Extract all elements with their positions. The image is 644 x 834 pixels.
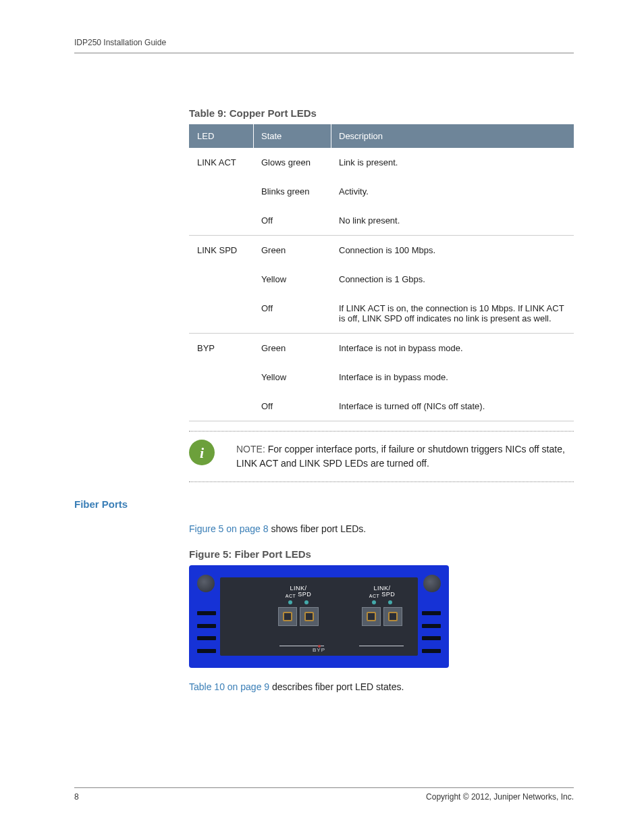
table-row: YellowInterface is in bypass mode. bbox=[189, 363, 574, 392]
fiber-jack-icon bbox=[300, 607, 319, 626]
table-row: OffInterface is turned off (NICs off sta… bbox=[189, 392, 574, 421]
screw-icon bbox=[423, 575, 441, 592]
table9-header-row: LED State Description bbox=[189, 124, 574, 148]
copyright: Copyright © 2012, Juniper Networks, Inc. bbox=[426, 792, 574, 802]
screw-icon bbox=[197, 575, 215, 592]
byp-label: BYP bbox=[220, 647, 418, 653]
cell-led: LINK SPD bbox=[189, 236, 253, 265]
cell-led bbox=[189, 392, 253, 421]
table-row: BYPGreenInterface is not in bypass mode. bbox=[189, 334, 574, 363]
port-group: LINK/ ACT SPD bbox=[270, 585, 327, 626]
running-head: IDP250 Installation Guide bbox=[74, 38, 574, 47]
footer-rule bbox=[74, 787, 574, 788]
led-indicator-icon bbox=[354, 600, 410, 604]
vent-icon bbox=[197, 607, 216, 657]
cell-led bbox=[189, 206, 253, 236]
cell-state: Green bbox=[253, 236, 331, 265]
th-led: LED bbox=[189, 124, 253, 148]
vent-icon bbox=[422, 607, 441, 657]
table-row: Blinks greenActivity. bbox=[189, 177, 574, 206]
cell-desc: Activity. bbox=[331, 177, 574, 206]
port-group: LINK/ ACT SPD bbox=[354, 585, 410, 626]
table10-ref-paragraph: Table 10 on page 9 describes fiber port … bbox=[189, 680, 574, 694]
cell-desc: If LINK ACT is on, the connection is 10 … bbox=[331, 294, 574, 334]
cell-state: Green bbox=[253, 334, 331, 363]
port-label: LINK/ ACT SPD bbox=[354, 585, 410, 598]
cell-desc: Interface is not in bypass mode. bbox=[331, 334, 574, 363]
page-footer: 8 Copyright © 2012, Juniper Networks, In… bbox=[74, 787, 574, 802]
cell-led bbox=[189, 177, 253, 206]
table9: LED State Description LINK ACTGlows gree… bbox=[189, 124, 574, 421]
cell-led: BYP bbox=[189, 334, 253, 363]
cell-desc: Connection is 1 Gbps. bbox=[331, 265, 574, 294]
cell-state: Off bbox=[253, 294, 331, 334]
fiber-jack-icon bbox=[383, 607, 402, 626]
led-indicator-icon bbox=[270, 600, 327, 604]
figure5-caption: Figure 5: Fiber Port LEDs bbox=[189, 548, 574, 560]
th-state: State bbox=[253, 124, 331, 148]
table-row: YellowConnection is 1 Gbps. bbox=[189, 265, 574, 294]
port-label: LINK/ ACT SPD bbox=[270, 585, 327, 598]
figure5-image: LINK/ ACT SPD LINK/ ACT SPD bbox=[189, 565, 449, 668]
note-text: For copper interface ports, if failure o… bbox=[236, 444, 565, 469]
table-row: OffNo link present. bbox=[189, 206, 574, 236]
cell-desc: Connection is 100 Mbps. bbox=[331, 236, 574, 265]
table-row: LINK SPDGreenConnection is 100 Mbps. bbox=[189, 236, 574, 265]
cell-led bbox=[189, 294, 253, 334]
cell-led: LINK ACT bbox=[189, 148, 253, 177]
note-label: NOTE: bbox=[236, 444, 265, 454]
th-desc: Description bbox=[331, 124, 574, 148]
cell-desc: Interface is turned off (NICs off state)… bbox=[331, 392, 574, 421]
cell-desc: Interface is in bypass mode. bbox=[331, 363, 574, 392]
table10-ref-rest: describes fiber port LED states. bbox=[269, 681, 404, 692]
device-face: LINK/ ACT SPD LINK/ ACT SPD bbox=[220, 577, 418, 656]
link-figure5[interactable]: Figure 5 on page 8 bbox=[189, 523, 269, 534]
table-row: LINK ACTGlows greenLink is present. bbox=[189, 148, 574, 177]
fiber-intro-rest: shows fiber port LEDs. bbox=[269, 523, 367, 534]
link-table10[interactable]: Table 10 on page 9 bbox=[189, 681, 269, 692]
header-rule bbox=[74, 53, 574, 53]
table9-caption: Table 9: Copper Port LEDs bbox=[189, 107, 574, 119]
byp-line-icon bbox=[359, 646, 404, 646]
cell-state: Yellow bbox=[253, 363, 331, 392]
cell-state: Yellow bbox=[253, 265, 331, 294]
cell-state: Off bbox=[253, 206, 331, 236]
fiber-jack-icon bbox=[278, 607, 297, 626]
cell-led bbox=[189, 265, 253, 294]
cell-desc: Link is present. bbox=[331, 148, 574, 177]
page-number: 8 bbox=[74, 792, 79, 802]
section-heading-fiber-ports: Fiber Ports bbox=[74, 498, 574, 510]
table-row: OffIf LINK ACT is on, the connection is … bbox=[189, 294, 574, 334]
cell-state: Glows green bbox=[253, 148, 331, 177]
fiber-jack-icon bbox=[362, 607, 381, 626]
fiber-intro-paragraph: Figure 5 on page 8 shows fiber port LEDs… bbox=[189, 522, 574, 536]
note-block: i NOTE: For copper interface ports, if f… bbox=[189, 431, 574, 482]
cell-state: Off bbox=[253, 392, 331, 421]
info-icon: i bbox=[189, 440, 215, 465]
cell-led bbox=[189, 363, 253, 392]
cell-desc: No link present. bbox=[331, 206, 574, 236]
cell-state: Blinks green bbox=[253, 177, 331, 206]
